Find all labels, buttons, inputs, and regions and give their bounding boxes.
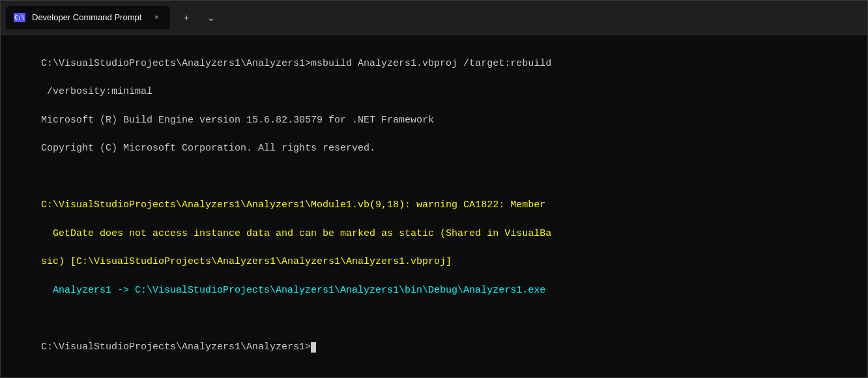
terminal-window: C:\ Developer Command Prompt × + ⌄ C:\Vi…: [0, 0, 868, 378]
tab-close-button[interactable]: ×: [151, 12, 162, 23]
title-bar-actions: + ⌄: [175, 7, 222, 29]
command-line-cont: /verbosity:minimal: [41, 86, 152, 97]
warning-line-2: GetDate does not access instance data an…: [41, 228, 551, 239]
build-engine-line: Microsoft (R) Build Engine version 15.6.…: [41, 115, 434, 126]
terminal-output: C:\VisualStudioProjects\Analyzers1\Analy…: [6, 42, 862, 368]
warning-line-3: sic) [C:\VisualStudioProjects\Analyzers1…: [41, 256, 452, 267]
info-line-1: Analyzers1 -> C:\VisualStudioProjects\An…: [41, 285, 545, 296]
terminal-icon: C:\: [14, 13, 25, 22]
prompt-line: C:\VisualStudioProjects\Analyzers1\Analy…: [41, 342, 311, 353]
tab-title: Developer Command Prompt: [32, 12, 141, 22]
cursor: [311, 342, 316, 353]
terminal-body[interactable]: C:\VisualStudioProjects\Analyzers1\Analy…: [1, 35, 867, 377]
title-bar: C:\ Developer Command Prompt × + ⌄: [1, 1, 867, 35]
dropdown-button[interactable]: ⌄: [200, 7, 222, 29]
copyright-line: Copyright (C) Microsoft Corporation. All…: [41, 143, 375, 154]
active-tab[interactable]: C:\ Developer Command Prompt ×: [6, 6, 170, 29]
command-line: C:\VisualStudioProjects\Analyzers1\Analy…: [41, 58, 551, 69]
warning-line-1: C:\VisualStudioProjects\Analyzers1\Analy…: [41, 199, 545, 211]
new-tab-button[interactable]: +: [175, 7, 197, 29]
